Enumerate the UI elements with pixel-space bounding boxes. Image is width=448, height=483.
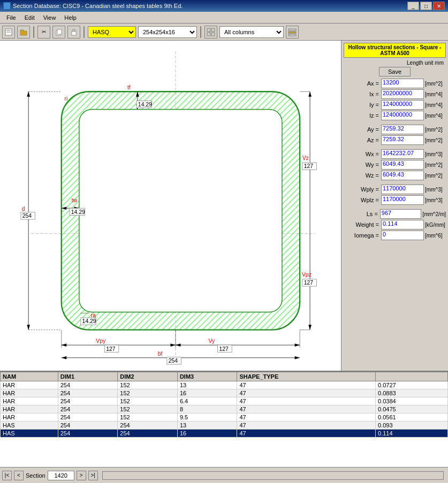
nav-next-button[interactable]: > [77, 471, 86, 480]
table-cell: 47 [237, 397, 376, 405]
close-button[interactable]: ✕ [433, 2, 445, 10]
table-cell: 0.093 [376, 421, 448, 430]
table-cell: 13 [177, 381, 237, 389]
svg-rect-11 [288, 29, 296, 30]
nav-prev-button[interactable]: < [14, 471, 24, 480]
copy-button[interactable] [52, 26, 65, 39]
drawing-area: tf 14.29 ri tw 14.29 ra 14.29 [0, 41, 341, 371]
window-title: Section Database: CISC9 - Canadian steel… [13, 3, 183, 9]
table-cell: 9.5 [177, 413, 237, 421]
prop-label: Wply = [344, 186, 381, 193]
new-button[interactable] [2, 26, 15, 39]
sections-table: NAM DIM1 DIM2 DIM3 SHAPE_TYPE HAR2541521… [0, 372, 448, 438]
table-cell: HAS [1, 421, 58, 430]
col-header-dim1[interactable]: DIM1 [58, 372, 118, 381]
svg-marker-64 [176, 343, 180, 347]
menu-edit[interactable]: Edit [20, 13, 39, 22]
status-bar: |< < Section > >| [0, 467, 448, 483]
svg-rect-13 [288, 34, 296, 36]
toolbar: ✂ HASQ 254x254x16 All columns [0, 24, 448, 41]
section-type-header: Hollow structural sections - Square - AS… [344, 43, 446, 58]
svg-rect-4 [57, 29, 62, 34]
table-cell: 254 [58, 397, 118, 405]
grid-view-button[interactable] [204, 26, 217, 39]
table-cell: 47 [237, 413, 376, 421]
svg-text:14.29: 14.29 [71, 209, 85, 215]
main-content: tf 14.29 ri tw 14.29 ra 14.29 [0, 41, 448, 371]
svg-text:127: 127 [219, 346, 229, 352]
menu-help[interactable]: Help [60, 13, 81, 22]
table-row[interactable]: HAR25415213470.0727 [1, 381, 448, 389]
svg-marker-45 [308, 91, 312, 96]
menu-view[interactable]: View [39, 13, 60, 22]
col-header-shape[interactable]: SHAPE_TYPE [237, 372, 376, 381]
window-controls: _ □ ✕ [407, 2, 445, 10]
table-cell: HAS [1, 430, 58, 438]
col-header-nam[interactable]: NAM [1, 372, 58, 381]
prop-unit: [mm^6] [424, 233, 442, 239]
prop-label: Wplz = [344, 197, 381, 203]
prop-row: Wply =1170000[mm^3] [344, 185, 446, 194]
svg-text:254: 254 [22, 213, 32, 219]
table-row[interactable]: HAR2541528470.0475 [1, 405, 448, 413]
svg-text:127: 127 [304, 163, 314, 169]
columns-filter-dropdown[interactable]: All columns [219, 26, 284, 38]
prop-value: 967 [380, 209, 422, 219]
col-header-dim3[interactable]: DIM3 [177, 372, 237, 381]
prop-unit: [mm^2] [424, 81, 442, 87]
svg-marker-65 [295, 343, 300, 347]
prop-value: 0 [381, 231, 424, 240]
svg-text:tf: tf [127, 85, 131, 90]
prop-unit: [mm^2/m] [421, 211, 446, 217]
prop-value: 13200 [381, 79, 424, 88]
minimize-button[interactable]: _ [407, 2, 419, 10]
prop-label: Az = [344, 137, 381, 143]
prop-row: Iomega =0[mm^6] [344, 231, 446, 240]
prop-label: Ix = [344, 91, 381, 97]
table-cell: 0.0883 [376, 389, 448, 397]
section-label: Section [26, 472, 45, 479]
prop-unit: [mm^2] [424, 173, 442, 179]
section-size-dropdown[interactable]: 254x254x16 [138, 26, 197, 38]
column-select-button[interactable] [286, 26, 299, 39]
sections-table-area[interactable]: NAM DIM1 DIM2 DIM3 SHAPE_TYPE HAR2541521… [0, 371, 448, 467]
horizontal-scrollbar[interactable] [102, 471, 444, 480]
col-header-dim2[interactable]: DIM2 [118, 372, 178, 381]
table-row[interactable]: HAS25425416470.114 [1, 430, 448, 438]
maximize-button[interactable]: □ [420, 2, 432, 10]
table-row[interactable]: HAR25415216470.0883 [1, 389, 448, 397]
table-row[interactable]: HAR2541526.4470.0384 [1, 397, 448, 405]
svg-text:127: 127 [106, 346, 116, 352]
app-icon [3, 2, 11, 10]
paste-button[interactable] [67, 26, 80, 39]
prop-row: Wy =6049.43[mm^2] [344, 160, 446, 170]
open-button[interactable] [17, 26, 30, 39]
prop-value: 0.114 [381, 220, 424, 229]
menu-file[interactable]: File [2, 13, 20, 22]
table-cell: 47 [237, 421, 376, 430]
svg-rect-6 [73, 29, 75, 32]
table-row[interactable]: HAR2541529.5470.0561 [1, 413, 448, 421]
table-cell: HAR [1, 397, 58, 405]
save-button[interactable]: Save [379, 67, 411, 76]
table-cell: 8 [177, 405, 237, 413]
svg-marker-46 [308, 325, 312, 329]
nav-first-button[interactable]: |< [2, 471, 12, 480]
section-number-input[interactable] [48, 471, 74, 480]
prop-label: Ls = [344, 211, 380, 217]
svg-text:ri: ri [64, 96, 67, 102]
cut-button[interactable]: ✂ [37, 26, 50, 39]
table-row[interactable]: HAS25425413470.093 [1, 421, 448, 430]
prop-value: 1170000 [381, 185, 424, 194]
table-cell: 0.0561 [376, 413, 448, 421]
prop-value: 6049.43 [381, 160, 424, 170]
prop-row: Iy =124000000[mm^4] [344, 100, 446, 110]
table-cell: HAR [1, 381, 58, 389]
properties-panel: Hollow structural sections - Square - AS… [341, 41, 448, 371]
nav-last-button[interactable]: >| [88, 471, 98, 480]
title-bar: Section Database: CISC9 - Canadian steel… [0, 0, 448, 12]
col-header-val[interactable] [376, 372, 448, 381]
prop-unit: [mm^3] [424, 197, 442, 203]
section-type-dropdown[interactable]: HASQ [88, 26, 136, 38]
table-cell: 152 [118, 405, 178, 413]
